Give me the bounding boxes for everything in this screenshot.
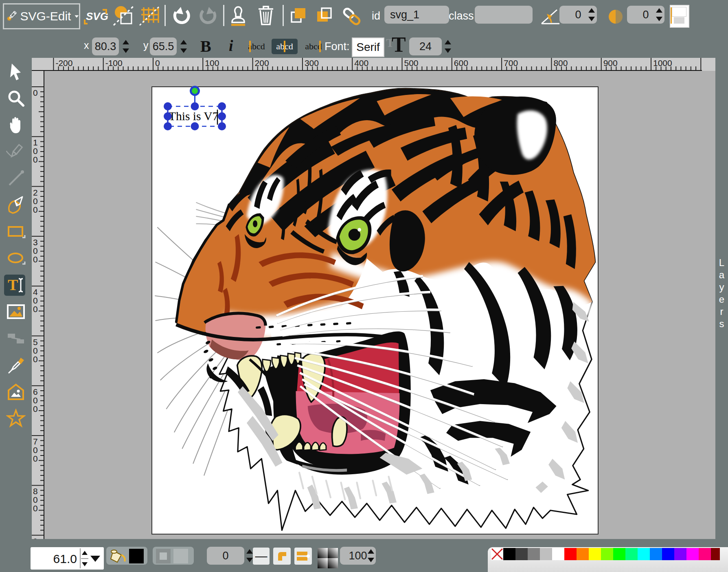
svg-text:4: 4 bbox=[33, 287, 38, 297]
svg-text:800: 800 bbox=[553, 58, 568, 68]
svg-text:0: 0 bbox=[155, 58, 160, 68]
svg-text:500: 500 bbox=[404, 58, 419, 68]
svg-text:1000: 1000 bbox=[653, 58, 672, 68]
svg-text:0: 0 bbox=[33, 504, 38, 513]
svg-text:3: 3 bbox=[33, 238, 38, 247]
svg-text:0: 0 bbox=[33, 88, 38, 97]
svg-text:5: 5 bbox=[33, 337, 38, 347]
svg-text:0: 0 bbox=[33, 255, 38, 264]
svg-text:0: 0 bbox=[33, 396, 38, 405]
svg-text:0: 0 bbox=[33, 296, 38, 305]
svg-text:0: 0 bbox=[33, 404, 38, 414]
svg-text:900: 900 bbox=[603, 58, 618, 68]
svg-text:0: 0 bbox=[33, 304, 38, 314]
svg-text:2: 2 bbox=[33, 188, 38, 197]
svg-text:0: 0 bbox=[33, 155, 38, 164]
svg-text:700: 700 bbox=[504, 58, 518, 68]
svg-text:8: 8 bbox=[33, 486, 38, 496]
svg-text:7: 7 bbox=[33, 437, 38, 446]
svg-text:100: 100 bbox=[205, 58, 219, 68]
svg-text:400: 400 bbox=[354, 58, 368, 68]
svg-text:1: 1 bbox=[33, 138, 38, 147]
svg-text:T: T bbox=[8, 276, 18, 293]
svg-text:0: 0 bbox=[33, 196, 38, 206]
svg-text:600: 600 bbox=[454, 58, 468, 68]
svg-text:200: 200 bbox=[255, 58, 269, 68]
svg-text:0: 0 bbox=[33, 205, 38, 214]
svg-text:SVG: SVG bbox=[86, 10, 108, 22]
svg-text:-200: -200 bbox=[55, 58, 72, 68]
svg-text:0: 0 bbox=[33, 354, 38, 364]
svg-text:6: 6 bbox=[33, 387, 38, 396]
svg-text:0: 0 bbox=[33, 495, 38, 504]
svg-text:-100: -100 bbox=[105, 58, 123, 68]
svg-text:0: 0 bbox=[33, 445, 38, 455]
svg-text:300: 300 bbox=[305, 58, 319, 68]
svg-text:This is V7: This is V7 bbox=[169, 110, 218, 123]
svg-text:0: 0 bbox=[33, 454, 38, 463]
svg-text:0: 0 bbox=[33, 346, 38, 355]
svg-text:0: 0 bbox=[33, 146, 38, 156]
svg-text:0: 0 bbox=[33, 246, 38, 255]
